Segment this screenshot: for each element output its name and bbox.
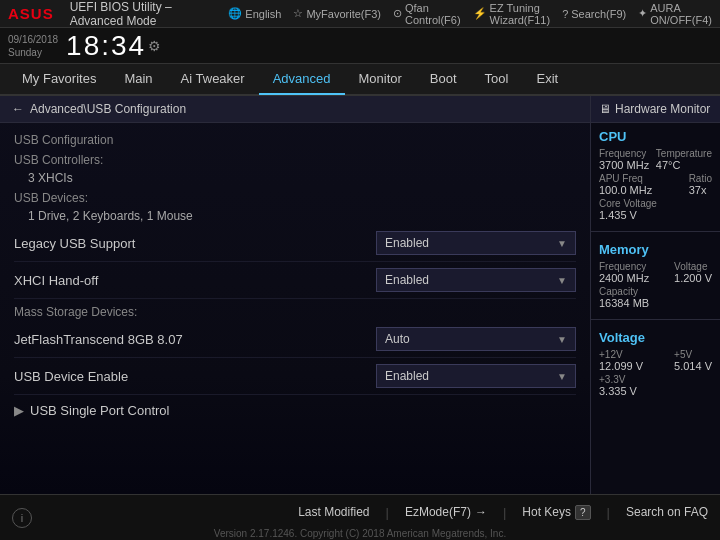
nav-boot[interactable]: Boot [416,63,471,95]
usb-device-enable-select[interactable]: Enabled ▼ [376,364,576,388]
nav-advanced[interactable]: Advanced [259,63,345,95]
top-bar-actions: 🌐 English ☆ MyFavorite(F3) ⊙ Qfan Contro… [228,2,712,26]
cpu-freq-value: 3700 MHz [599,159,649,171]
myfavorites-action[interactable]: ☆ MyFavorite(F3) [293,7,381,20]
datetime-bar: 09/16/2018 Sunday 18:34 ⚙ [0,28,720,64]
apu-freq-label: APU Freq [599,173,652,184]
jetflash-row: JetFlashTranscend 8GB 8.07 Auto ▼ [14,321,576,358]
main-layout: ← Advanced\USB Configuration USB Configu… [0,96,720,494]
core-voltage-value: 1.435 V [599,209,712,221]
hw-monitor-title: 🖥 Hardware Monitor [591,96,720,123]
mem-freq-label: Frequency [599,261,649,272]
ezmode-arrow-icon: → [475,505,487,519]
usb-devices-label: USB Devices: [14,187,576,207]
xhci-handoff-select[interactable]: Enabled ▼ [376,268,576,292]
jetflash-label: JetFlashTranscend 8GB 8.07 [14,332,376,347]
time-display: 18:34 [66,30,146,62]
top-bar: ASUS UEFI BIOS Utility – Advanced Mode 🌐… [0,0,720,28]
cpu-section-label: CPU [599,129,712,144]
usb-controllers-value: 3 XHCIs [14,169,576,187]
core-voltage-label: Core Voltage [599,198,712,209]
monitor-icon: 🖥 [599,102,611,116]
usb-single-port-row[interactable]: ▶ USB Single Port Control [14,395,576,426]
expand-arrow-icon: ▶ [14,403,24,418]
memory-section-label: Memory [599,242,712,257]
ezmode-action[interactable]: EzMode(F7) → [405,505,487,519]
v12-v5-row: +12V 12.099 V +5V 5.014 V [599,349,712,372]
cpu-temp-value: 47°C [656,159,712,171]
apu-freq-value: 100.0 MHz [599,184,652,196]
cpu-memory-divider [591,231,720,232]
v12-value: 12.099 V [599,360,643,372]
breadcrumb: ← Advanced\USB Configuration [0,96,590,123]
nav-main[interactable]: Main [110,63,166,95]
last-modified-action[interactable]: Last Modified [298,505,369,519]
xhci-handoff-row: XHCI Hand-off Enabled ▼ [14,262,576,299]
nav-monitor[interactable]: Monitor [345,63,416,95]
usb-controllers-label: USB Controllers: [14,149,576,169]
sep3: | [607,505,610,520]
cpu-temp-label: Temperature [656,148,712,159]
legacy-usb-arrow-icon: ▼ [557,238,567,249]
nav-aitweaker[interactable]: Ai Tweaker [167,63,259,95]
mem-freq-voltage-row: Frequency 2400 MHz Voltage 1.200 V [599,261,712,284]
voltage-section-label: Voltage [599,330,712,345]
time-gear-icon[interactable]: ⚙ [148,38,161,54]
hotkeys-action[interactable]: Hot Keys ? [522,505,590,520]
search-faq-action[interactable]: Search on FAQ [626,505,708,519]
usb-device-enable-label: USB Device Enable [14,369,376,384]
back-button[interactable]: ← [12,102,24,116]
jetflash-select[interactable]: Auto ▼ [376,327,576,351]
search-action[interactable]: ? Search(F9) [562,8,626,20]
sep1: | [386,505,389,520]
cpu-section: CPU Frequency 3700 MHz Temperature 47°C … [591,123,720,227]
cpu-freq-label: Frequency [599,148,649,159]
mem-voltage-label: Voltage [674,261,712,272]
memory-voltage-divider [591,319,720,320]
mass-storage-label: Mass Storage Devices: [14,299,576,321]
language-selector[interactable]: 🌐 English [228,7,281,20]
xhci-handoff-label: XHCI Hand-off [14,273,376,288]
legacy-usb-select[interactable]: Enabled ▼ [376,231,576,255]
sep2: | [503,505,506,520]
qfan-action[interactable]: ⊙ Qfan Control(F6) [393,2,461,26]
date-display: 09/16/2018 Sunday [8,33,58,59]
mem-voltage-value: 1.200 V [674,272,712,284]
legacy-usb-row: Legacy USB Support Enabled ▼ [14,225,576,262]
ez-tuning-action[interactable]: ⚡ EZ Tuning Wizard(F11) [473,2,551,26]
legacy-usb-label: Legacy USB Support [14,236,376,251]
memory-section: Memory Frequency 2400 MHz Voltage 1.200 … [591,236,720,315]
usb-device-enable-row: USB Device Enable Enabled ▼ [14,358,576,395]
capacity-value: 16384 MB [599,297,712,309]
v33-value: 3.335 V [599,385,712,397]
nav-bar: My Favorites Main Ai Tweaker Advanced Mo… [0,64,720,96]
cpu-freq-temp-row: Frequency 3700 MHz Temperature 47°C [599,148,712,171]
ratio-label: Ratio [689,173,712,184]
capacity-label: Capacity [599,286,712,297]
usb-device-arrow-icon: ▼ [557,371,567,382]
nav-exit[interactable]: Exit [522,63,572,95]
bottom-bar: Last Modified | EzMode(F7) → | Hot Keys … [0,494,720,540]
copyright-text: Version 2.17.1246. Copyright (C) 2018 Am… [0,526,720,540]
v12-label: +12V [599,349,643,360]
voltage-section: Voltage +12V 12.099 V +5V 5.014 V +3.3V … [591,324,720,403]
cpu-apu-ratio-row: APU Freq 100.0 MHz Ratio 37x [599,173,712,196]
uefi-title: UEFI BIOS Utility – Advanced Mode [70,0,213,28]
ratio-value: 37x [689,184,712,196]
usb-single-port-label: USB Single Port Control [30,403,169,418]
nav-tool[interactable]: Tool [471,63,523,95]
usb-config-title: USB Configuration [14,129,576,149]
aura-action[interactable]: ✦ AURA ON/OFF(F4) [638,2,712,26]
content-panel: ← Advanced\USB Configuration USB Configu… [0,96,590,494]
breadcrumb-path: Advanced\USB Configuration [30,102,186,116]
asus-logo: ASUS [8,5,54,22]
v5-value: 5.014 V [674,360,712,372]
bottom-actions: Last Modified | EzMode(F7) → | Hot Keys … [0,498,720,526]
usb-devices-value: 1 Drive, 2 Keyboards, 1 Mouse [14,207,576,225]
info-button[interactable]: i [12,508,32,528]
xhci-handoff-arrow-icon: ▼ [557,275,567,286]
mem-freq-value: 2400 MHz [599,272,649,284]
usb-config-section: USB Configuration USB Controllers: 3 XHC… [0,123,590,432]
nav-myfavorites[interactable]: My Favorites [8,63,110,95]
hardware-monitor-panel: 🖥 Hardware Monitor CPU Frequency 3700 MH… [590,96,720,494]
